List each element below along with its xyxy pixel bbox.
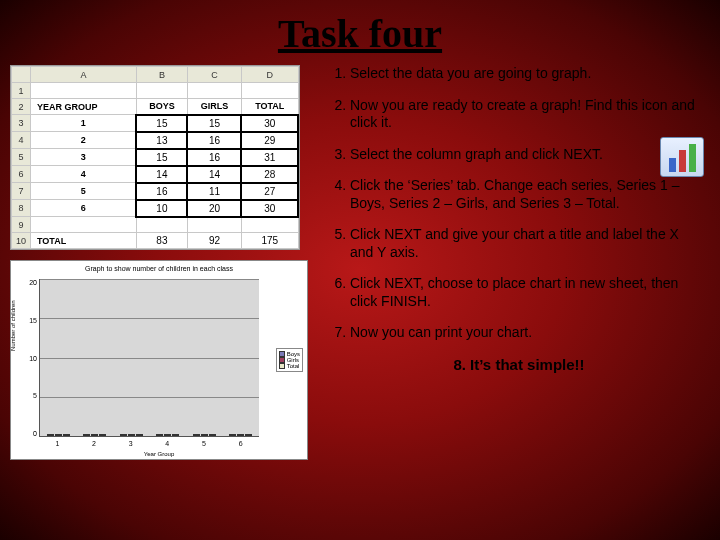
row-header: 5	[12, 149, 31, 166]
cell: 11	[187, 183, 241, 200]
left-column: A B C D 1 2 YEAR GROUP BOYS GIRLS TOTAL …	[10, 65, 310, 460]
bar-group	[193, 434, 216, 436]
bar	[128, 434, 135, 436]
cell: 28	[241, 166, 298, 183]
bar	[245, 434, 252, 436]
bar	[91, 434, 98, 436]
bar	[237, 434, 244, 436]
bar	[156, 434, 163, 436]
cell: 14	[136, 166, 187, 183]
step-5: Click NEXT and give your chart a title a…	[350, 226, 710, 261]
chart-wizard-icon	[660, 137, 704, 177]
xtick: 1	[55, 440, 59, 447]
row-header: 10	[12, 233, 31, 249]
bar	[47, 434, 54, 436]
ytick: 15	[25, 317, 37, 324]
instruction-list: Select the data you are going to graph. …	[328, 65, 710, 342]
bar	[63, 434, 70, 436]
bar	[99, 434, 106, 436]
step-1: Select the data you are going to graph.	[350, 65, 710, 83]
step-7: Now you can print your chart.	[350, 324, 710, 342]
col-header: C	[187, 67, 241, 83]
cell: 175	[241, 233, 298, 249]
chart-ylabel: Number of children	[10, 300, 16, 351]
cell: 2	[31, 132, 137, 149]
cell: 14	[187, 166, 241, 183]
cell: 15	[136, 115, 187, 132]
bar-icon	[669, 158, 676, 172]
bar-group	[83, 434, 106, 436]
row-header: 9	[12, 217, 31, 233]
chart-yticks: 20 15 10 5 0	[25, 279, 37, 437]
cell: TOTAL	[31, 233, 137, 249]
chart-xlabel: Year Group	[11, 451, 307, 457]
cell: 83	[136, 233, 187, 249]
cell: GIRLS	[187, 99, 241, 115]
step-8-final: 8. It’s that simple!!	[328, 356, 710, 373]
row-header: 1	[12, 83, 31, 99]
right-column: Select the data you are going to graph. …	[310, 65, 710, 460]
col-header: D	[241, 67, 298, 83]
cell: 10	[136, 200, 187, 217]
bar-icon	[679, 150, 686, 172]
col-header: A	[31, 67, 137, 83]
bar	[193, 434, 200, 436]
spreadsheet-thumbnail: A B C D 1 2 YEAR GROUP BOYS GIRLS TOTAL …	[10, 65, 300, 250]
bar	[164, 434, 171, 436]
cell: BOYS	[136, 99, 187, 115]
bar	[209, 434, 216, 436]
bar	[120, 434, 127, 436]
row-header: 3	[12, 115, 31, 132]
xtick: 4	[165, 440, 169, 447]
bar-group	[156, 434, 179, 436]
cell: 92	[187, 233, 241, 249]
bar-group	[229, 434, 252, 436]
cell: 4	[31, 166, 137, 183]
cell: 6	[31, 200, 137, 217]
cell: 13	[136, 132, 187, 149]
bar-icon	[689, 144, 696, 172]
cell: 20	[187, 200, 241, 217]
ytick: 0	[25, 430, 37, 437]
cell: 31	[241, 149, 298, 166]
bar	[201, 434, 208, 436]
step-6: Click NEXT, choose to place chart in new…	[350, 275, 710, 310]
step-3: Select the column graph and click NEXT.	[350, 146, 710, 164]
step-4: Click the ‘Series’ tab. Change each seri…	[350, 177, 710, 212]
bar-group	[47, 434, 70, 436]
xtick: 6	[239, 440, 243, 447]
chart-thumbnail: Graph to show number of children in each…	[10, 260, 308, 460]
content-area: A B C D 1 2 YEAR GROUP BOYS GIRLS TOTAL …	[0, 57, 720, 460]
bar	[172, 434, 179, 436]
cell: 27	[241, 183, 298, 200]
bar	[55, 434, 62, 436]
ytick: 5	[25, 392, 37, 399]
bar	[83, 434, 90, 436]
chart-plot-area	[39, 279, 259, 437]
cell: 16	[136, 183, 187, 200]
chart-legend: Boys Girls Total	[276, 348, 303, 372]
chart-title: Graph to show number of children in each…	[15, 265, 303, 272]
step-2: Now you are ready to create a graph! Fin…	[350, 97, 710, 132]
xtick: 3	[129, 440, 133, 447]
cell: 30	[241, 200, 298, 217]
slide-title: Task four	[0, 0, 720, 57]
cell: 16	[187, 132, 241, 149]
cell: 29	[241, 132, 298, 149]
cell: 3	[31, 149, 137, 166]
chart-xticks: 1 2 3 4 5 6	[39, 440, 259, 447]
cell: 16	[187, 149, 241, 166]
legend-label: Total	[287, 363, 300, 369]
xtick: 5	[202, 440, 206, 447]
cell: TOTAL	[241, 99, 298, 115]
cell: 30	[241, 115, 298, 132]
corner-cell	[12, 67, 31, 83]
ytick: 10	[25, 355, 37, 362]
row-header: 8	[12, 200, 31, 217]
cell: 15	[136, 149, 187, 166]
row-header: 4	[12, 132, 31, 149]
col-header: B	[136, 67, 187, 83]
bar	[229, 434, 236, 436]
xtick: 2	[92, 440, 96, 447]
cell: 1	[31, 115, 137, 132]
